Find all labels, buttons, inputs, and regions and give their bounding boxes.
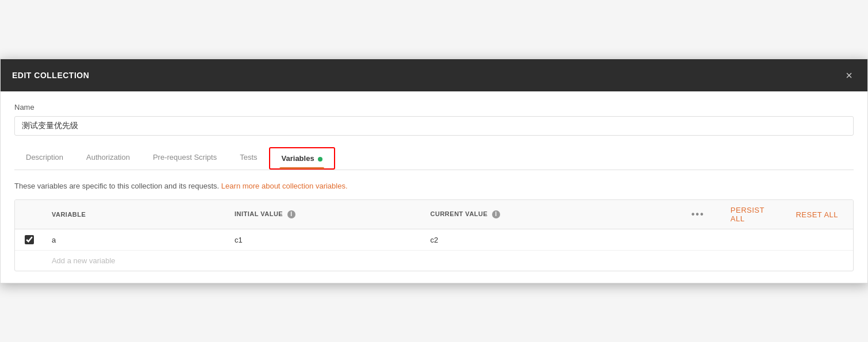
initial-value-info-icon[interactable]: i [287,210,295,218]
collection-name-input[interactable] [14,116,854,136]
row-current-value-cell: c2 [423,229,683,251]
add-row-persist-cell [723,251,788,271]
add-row-variable-cell[interactable]: Add a new variable [44,251,226,271]
add-variable-placeholder: Add a new variable [52,256,116,265]
tabs-bar: Description Authorization Pre-request Sc… [14,147,854,170]
learn-more-link[interactable]: Learn more about collection variables. [221,182,348,190]
add-row-actions-cell [683,251,723,271]
tab-variables[interactable]: Variables [269,147,335,170]
modal-header: EDIT COLLECTION × [1,59,867,91]
table-row: a c1 c2 [15,229,853,251]
current-value-info-icon[interactable]: i [492,210,500,218]
name-field-group: Name [14,103,854,147]
table-actions-button[interactable]: ••• [692,209,705,219]
variables-dot [318,157,322,162]
close-button[interactable]: × [842,68,856,82]
tab-pre-request-scripts[interactable]: Pre-request Scripts [141,147,228,170]
table-header-row: VARIABLE INITIAL VALUE i CURRENT VALUE i… [15,200,853,229]
name-label: Name [14,103,854,112]
row-initial-value-cell: c1 [226,229,423,251]
variables-table-container: VARIABLE INITIAL VALUE i CURRENT VALUE i… [14,199,854,271]
row-persist-cell [723,229,788,251]
th-persist: Persist All [723,200,788,229]
tab-tests[interactable]: Tests [228,147,268,170]
add-row-current-cell [423,251,683,271]
th-actions: ••• [683,200,723,229]
th-current-value: CURRENT VALUE i [423,200,683,229]
add-row-initial-cell [226,251,423,271]
th-check [15,200,44,229]
row-actions-cell [683,229,723,251]
tab-description[interactable]: Description [14,147,75,170]
row-variable-cell: a [44,229,226,251]
reset-all-button[interactable]: Reset All [796,210,838,219]
add-row-check-cell [15,251,44,271]
add-row-reset-cell [788,251,853,271]
th-initial-value: INITIAL VALUE i [226,200,423,229]
variables-table: VARIABLE INITIAL VALUE i CURRENT VALUE i… [15,200,853,271]
modal-body: Name Description Authorization Pre-reque… [1,91,867,283]
th-variable: VARIABLE [44,200,226,229]
add-variable-row: Add a new variable [15,251,853,271]
edit-collection-modal: EDIT COLLECTION × Name Description Autho… [0,59,868,283]
info-text: These variables are specific to this col… [14,182,854,190]
persist-all-button[interactable]: Persist All [731,206,765,223]
row-checkbox-cell [15,229,44,251]
row-checkbox[interactable] [25,235,34,244]
modal-title: EDIT COLLECTION [12,71,89,80]
row-reset-cell [788,229,853,251]
th-reset: Reset All [788,200,853,229]
tab-authorization[interactable]: Authorization [75,147,141,170]
